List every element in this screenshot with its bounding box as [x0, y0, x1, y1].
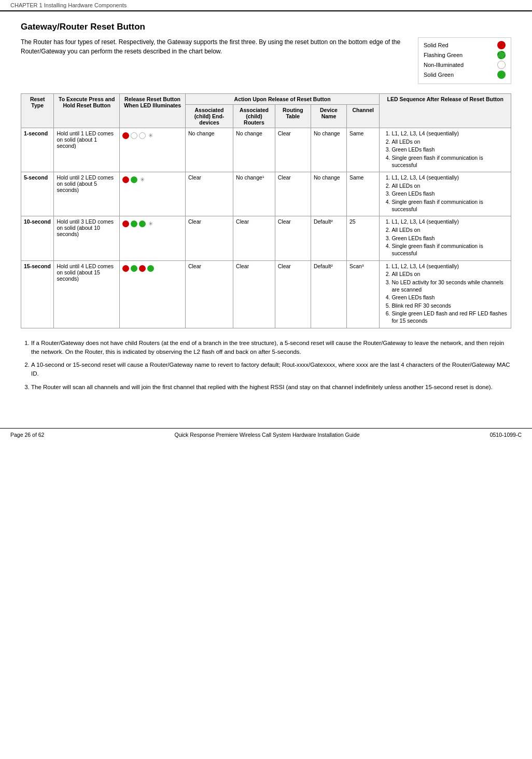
led-step: All LEDs on	[391, 139, 508, 146]
non-illuminated-icon	[497, 61, 506, 69]
led-step: All LEDs on	[391, 227, 508, 234]
led-step: Single green LED flash and red RF LED fl…	[391, 310, 508, 324]
action-header: Action Upon Release of Reset Button	[185, 94, 380, 105]
cell-led-sequence: L1, L2, L3, L4 (sequentially)All LEDs on…	[380, 260, 511, 328]
led-step: Green LEDs flash	[391, 235, 508, 242]
cell-end-devices: Clear	[185, 172, 233, 216]
led-green-icon	[139, 220, 146, 227]
led-step: L1, L2, L3, L4 (sequentially)	[391, 218, 508, 226]
footer-center: Quick Response Premiere Wireless Call Sy…	[174, 432, 359, 438]
led-red-icon	[122, 220, 129, 227]
footnote-list: If a Router/Gateway does not have child …	[21, 339, 511, 392]
col-header-release: Release Reset Button When LED Illuminate…	[120, 94, 186, 128]
section-title: Gateway/Router Reset Button	[21, 22, 511, 32]
col-header-reset-type: Reset Type	[21, 94, 54, 128]
col-header-execute: To Execute Press and Hold Reset Button	[54, 94, 120, 128]
cell-execute: Hold until 4 LED comes on solid (about 1…	[54, 260, 120, 328]
led-step: Green LEDs flash	[391, 190, 508, 198]
table-row: 15-secondHold until 4 LED comes on solid…	[21, 260, 511, 328]
chapter-header: CHAPTER 1 Installing Hardware Components	[0, 0, 532, 11]
table-row: 5-secondHold until 2 LED comes on solid …	[21, 172, 511, 216]
led-step: Single green flash if communication is s…	[391, 243, 508, 257]
table-row: 10-secondHold until 3 LED comes on solid…	[21, 216, 511, 260]
footer-right: 0510-1099-C	[490, 432, 522, 438]
intro-text: The Router has four types of reset. Resp…	[21, 37, 408, 56]
led-step: All LEDs on	[391, 183, 508, 190]
cell-execute: Hold until 3 LED comes on solid (about 1…	[54, 216, 120, 260]
led-step: Single green flash if communication is s…	[391, 155, 508, 169]
led-star-icon: ✳	[147, 132, 154, 139]
footnote-item: The Router will scan all channels and wi…	[31, 383, 511, 392]
led-red-icon	[122, 132, 129, 139]
page-footer: Page 26 of 62 Quick Response Premiere Wi…	[0, 428, 532, 441]
col-header-routing-table: Routing Table	[275, 105, 311, 128]
cell-reset-type: 5-second	[21, 172, 54, 216]
cell-device-name: Default²	[311, 260, 346, 328]
cell-reset-type: 10-second	[21, 216, 54, 260]
led-star-icon: ✳	[147, 220, 154, 227]
col-header-routers: Associated (child) Routers	[233, 105, 275, 128]
cell-routing-table: Clear	[275, 128, 311, 172]
cell-routers: No change	[233, 128, 275, 172]
led-star-icon: ✳	[139, 176, 146, 183]
cell-release-leds: ✳	[120, 128, 186, 172]
cell-routing-table: Clear	[275, 260, 311, 328]
legend-flashing-green-label: Flashing Green	[424, 52, 494, 58]
solid-red-icon	[497, 41, 506, 49]
legend-non-illuminated: Non-Illuminated	[424, 61, 506, 69]
led-green-icon	[147, 265, 154, 272]
cell-device-name: No change	[311, 128, 346, 172]
cell-channel: Scan³	[347, 260, 380, 328]
solid-green-icon	[497, 71, 506, 79]
reset-table: Reset Type To Execute Press and Hold Res…	[21, 93, 511, 328]
cell-end-devices: No change	[185, 128, 233, 172]
intro-row: The Router has four types of reset. Resp…	[21, 37, 511, 84]
legend-solid-red: Solid Red	[424, 41, 506, 49]
cell-routing-table: Clear	[275, 216, 311, 260]
legend-non-illuminated-label: Non-Illuminated	[424, 62, 494, 68]
cell-routers: Clear	[233, 216, 275, 260]
cell-channel: 25	[347, 216, 380, 260]
led-empty-icon	[139, 132, 146, 139]
col-header-device-name: Device Name	[311, 105, 346, 128]
legend-flashing-green: Flashing Green	[424, 51, 506, 59]
cell-routers: No change¹	[233, 172, 275, 216]
footnote-item: A 10-second or 15-second reset will caus…	[31, 361, 511, 379]
led-step: L1, L2, L3, L4 (sequentially)	[391, 263, 508, 270]
cell-end-devices: Clear	[185, 260, 233, 328]
col-header-channel: Channel	[347, 105, 380, 128]
table-row: 1-secondHold until 1 LED comes on solid …	[21, 128, 511, 172]
cell-device-name: No change	[311, 172, 346, 216]
cell-channel: Same	[347, 172, 380, 216]
led-green-icon	[131, 176, 137, 183]
cell-execute: Hold until 2 LED comes on solid (about 5…	[54, 172, 120, 216]
cell-routers: Clear	[233, 260, 275, 328]
cell-end-devices: Clear	[185, 216, 233, 260]
footer-page: Page 26 of 62	[10, 432, 44, 438]
led-green-icon	[131, 220, 137, 227]
led-red-icon	[139, 265, 146, 272]
led-step: Blink red RF 30 seconds	[391, 302, 508, 310]
led-step: No LED activity for 30 seconds while cha…	[391, 279, 508, 293]
flashing-green-icon	[497, 51, 506, 59]
led-step: Green LEDs flash	[391, 294, 508, 301]
cell-execute: Hold until 1 LED comes on solid (about 1…	[54, 128, 120, 172]
led-step: Green LEDs flash	[391, 146, 508, 154]
legend-solid-red-label: Solid Red	[424, 42, 494, 48]
footnote-item: If a Router/Gateway does not have child …	[31, 339, 511, 357]
cell-led-sequence: L1, L2, L3, L4 (sequentially)All LEDs on…	[380, 128, 511, 172]
cell-led-sequence: L1, L2, L3, L4 (sequentially)All LEDs on…	[380, 172, 511, 216]
col-header-led: LED Sequence After Release of Reset Butt…	[380, 94, 511, 128]
cell-release-leds: ✳	[120, 216, 186, 260]
cell-led-sequence: L1, L2, L3, L4 (sequentially)All LEDs on…	[380, 216, 511, 260]
cell-device-name: Default²	[311, 216, 346, 260]
legend-solid-green-label: Solid Green	[424, 72, 494, 78]
legend-box: Solid Red Flashing Green Non-Illuminated…	[418, 37, 511, 84]
cell-release-leds: ✳	[120, 172, 186, 216]
cell-release-leds	[120, 260, 186, 328]
col-header-end-devices: Associated (child) End-devices	[185, 105, 233, 128]
led-red-icon	[122, 265, 129, 272]
cell-routing-table: Clear	[275, 172, 311, 216]
cell-channel: Same	[347, 128, 380, 172]
led-empty-icon	[131, 132, 137, 139]
